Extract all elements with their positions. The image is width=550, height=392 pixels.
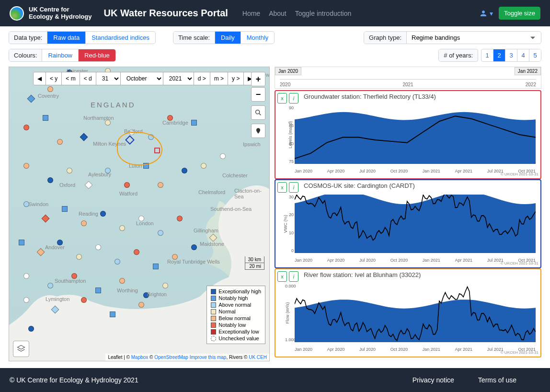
chart-close[interactable]: x: [277, 93, 287, 104]
station-marker[interactable]: [43, 115, 48, 121]
station-marker[interactable]: [220, 153, 226, 159]
timescale-monthly[interactable]: Monthly: [241, 32, 275, 44]
portal-title: UK Water Resources Portal: [103, 8, 228, 19]
next-day[interactable]: d >: [194, 72, 210, 85]
chart-title: River flow station: Ivel at Blunham (330…: [304, 271, 539, 278]
colours-rainbow[interactable]: Rainbow: [42, 49, 79, 61]
years-5[interactable]: 5: [529, 49, 541, 62]
nav-toggle-intro[interactable]: Toggle introduction: [295, 10, 352, 17]
layers-button[interactable]: [13, 341, 29, 357]
colours-redblue[interactable]: Red-blue: [79, 49, 115, 61]
privacy-link[interactable]: Privacy notice: [412, 376, 454, 384]
station-marker[interactable]: [81, 220, 87, 226]
prev-day[interactable]: < d: [80, 72, 96, 85]
station-marker[interactable]: [47, 177, 53, 183]
controls-row-2: Colours: Rainbow Red-blue # of years: 12…: [0, 49, 550, 67]
copyright: © UK Centre for Ecology & Hydrology 2021: [10, 376, 138, 384]
toggle-size-button[interactable]: Toggle size: [499, 7, 540, 20]
station-marker[interactable]: [23, 125, 29, 130]
footer: © UK Centre for Ecology & Hydrology 2021…: [0, 368, 550, 392]
station-marker[interactable]: [57, 139, 63, 145]
timescale-label: Time scale:: [173, 32, 215, 44]
day-select[interactable]: 31: [96, 72, 121, 85]
prev-year[interactable]: < y: [46, 72, 62, 85]
years-label: # of years:: [438, 49, 478, 62]
chart-2: x i River flow station: Ivel at Blunham …: [275, 268, 541, 357]
datatype-std[interactable]: Standardised indices: [86, 32, 155, 44]
map-legend: Exceptionally highNotably highAbove norm…: [206, 286, 265, 344]
next-year[interactable]: y >: [228, 72, 244, 85]
user-icon[interactable]: [479, 9, 488, 18]
scale-bar: 30 km20 mi: [245, 256, 264, 270]
nav-about[interactable]: About: [269, 10, 286, 17]
chart-info[interactable]: i: [289, 93, 298, 104]
graphtype-select[interactable]: Regime bandings: [407, 32, 541, 44]
zoom-in-button[interactable]: +: [251, 72, 265, 86]
station-marker[interactable]: [162, 283, 168, 288]
station-marker[interactable]: [110, 311, 115, 317]
station-marker[interactable]: [182, 168, 187, 173]
station-marker[interactable]: [201, 163, 206, 169]
station-marker[interactable]: [134, 249, 139, 255]
station-marker[interactable]: [23, 273, 29, 279]
station-marker[interactable]: [115, 259, 120, 265]
station-marker[interactable]: [28, 326, 34, 332]
chart-close[interactable]: x: [277, 271, 287, 282]
svg-point-0: [256, 110, 260, 114]
station-marker[interactable]: [47, 86, 53, 92]
next-month[interactable]: m >: [210, 72, 228, 85]
timescale-daily[interactable]: Daily: [215, 32, 241, 44]
svg-marker-2: [18, 346, 25, 349]
station-marker[interactable]: [191, 244, 197, 250]
nav-prev-prev[interactable]: ◀: [33, 72, 46, 85]
years-1[interactable]: 1: [481, 49, 493, 62]
nav-home[interactable]: Home: [242, 10, 260, 17]
ceh-logo: [10, 6, 24, 21]
station-marker[interactable]: [158, 230, 163, 236]
chart-title: Groundwater station: Therfield Rectory (…: [304, 93, 539, 100]
years-3[interactable]: 3: [505, 49, 517, 62]
station-marker[interactable]: [76, 254, 82, 260]
station-marker[interactable]: [67, 168, 72, 173]
years-group: # of years: 12345: [438, 49, 541, 62]
station-marker[interactable]: [119, 225, 125, 231]
datatype-raw[interactable]: Raw data: [47, 32, 86, 44]
year-select[interactable]: 2021: [163, 72, 194, 85]
station-marker[interactable]: [191, 120, 197, 126]
station-marker[interactable]: [47, 283, 53, 288]
station-marker[interactable]: [81, 297, 87, 303]
prev-month[interactable]: < m: [61, 72, 80, 85]
station-marker[interactable]: [124, 182, 130, 188]
map-attribution: Leaflet | © Mapbox © OpenStreetMap Impro…: [105, 354, 269, 361]
user-dropdown[interactable]: ▾: [490, 10, 493, 17]
terms-link[interactable]: Terms of use: [478, 376, 516, 384]
station-marker[interactable]: [23, 163, 29, 169]
station-marker[interactable]: [119, 278, 125, 284]
date-navigator: ◀ < y < m < d 31 October 2021 d > m > y …: [33, 72, 256, 85]
zoom-out-button[interactable]: −: [251, 87, 265, 102]
time-zoom-axis[interactable]: Jan 2020 Jan 2022 202020212022 /*ticks*/: [275, 67, 541, 89]
station-marker[interactable]: [153, 264, 159, 269]
brand-text: UK Centre forEcology & Hydrology: [29, 6, 92, 20]
station-marker[interactable]: [23, 297, 29, 303]
month-select[interactable]: October: [120, 72, 163, 85]
station-marker[interactable]: [19, 240, 24, 245]
station-marker[interactable]: [138, 302, 144, 308]
colours-label: Colours:: [9, 49, 42, 61]
station-marker[interactable]: [95, 244, 101, 250]
chart-info[interactable]: i: [289, 182, 298, 193]
years-4[interactable]: 4: [517, 49, 529, 62]
chart-close[interactable]: x: [277, 182, 287, 193]
search-button[interactable]: [251, 105, 265, 120]
map[interactable]: ENGLAND LeicesterCoventryNorthamptonCamb…: [9, 67, 270, 361]
station-marker[interactable]: [62, 206, 68, 212]
map-column: ENGLAND LeicesterCoventryNorthamptonCamb…: [9, 67, 270, 361]
locate-button[interactable]: [251, 124, 265, 138]
nav: Home About Toggle introduction: [242, 10, 351, 17]
years-2[interactable]: 2: [493, 49, 505, 62]
station-marker[interactable]: [100, 211, 106, 217]
station-marker[interactable]: [95, 288, 101, 293]
station-marker[interactable]: [177, 216, 183, 221]
chart-info[interactable]: i: [289, 271, 298, 282]
station-marker[interactable]: [158, 182, 163, 188]
